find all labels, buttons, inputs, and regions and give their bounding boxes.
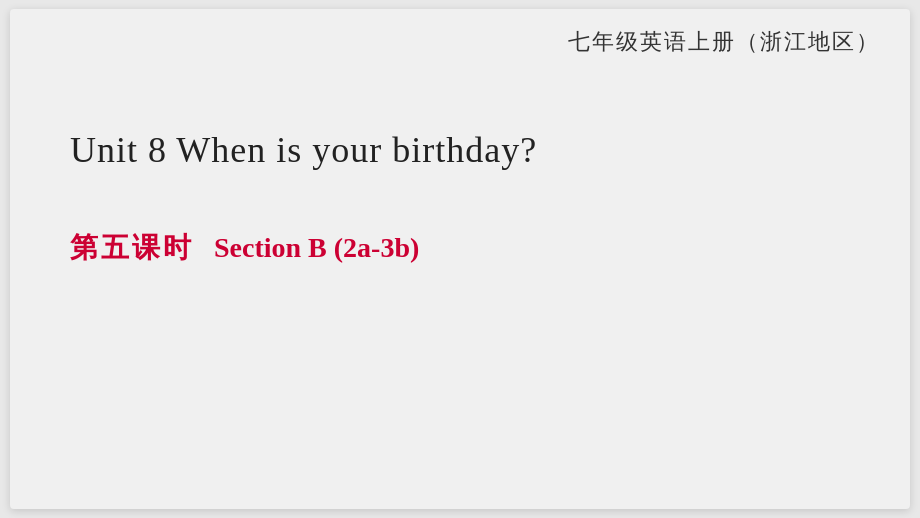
section-chinese: 第五课时 [70,229,194,267]
slide: 七年级英语上册（浙江地区） Unit 8 When is your birthd… [10,9,910,509]
top-title: 七年级英语上册（浙江地区） [568,27,880,57]
section-container: 第五课时 Section B (2a-3b) [70,229,419,267]
unit-title: Unit 8 When is your birthday? [70,129,537,171]
section-english: Section B (2a-3b) [214,232,419,264]
